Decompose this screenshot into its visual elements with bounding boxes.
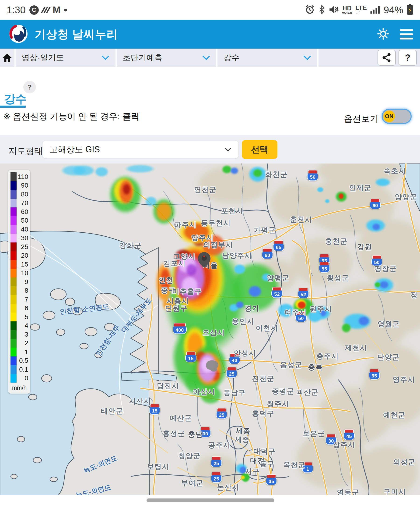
map-type-dropdown[interactable]: 고해상도 GIS [42,141,239,158]
map-type-value: 고해상도 GIS [49,144,224,155]
legend-row: 9 [11,278,28,286]
legend-value: 1 [17,348,28,356]
map-place-label: 당진시 [157,381,179,391]
legend-color-swatch [11,313,17,322]
expressway-shield-icon: 65 [273,240,284,251]
home-button[interactable] [0,49,14,67]
options-notice: ※ 옵션설정 기능이 안 될 경우: 클릭 [3,111,140,122]
c-app-notification-icon: C [29,5,39,15]
map-place-label: 이천시 [256,323,278,333]
click-link[interactable]: 클릭 [122,112,140,121]
expressway-shield-icon: 25 [216,408,227,419]
nav-dropdown-precipitation[interactable]: 강수 [217,49,317,67]
select-button[interactable]: 선택 [242,140,278,159]
map-place-label: 아산시 [193,387,215,397]
kma-logo[interactable] [7,24,28,44]
legend-color-swatch [11,356,17,365]
expressway-shield-icon: 400 [173,323,187,334]
map-pin[interactable] [198,252,210,268]
nav-dropdown-precipitation-label: 강수 [223,52,239,63]
legend-row: 110 [11,172,28,181]
options-toggle[interactable]: ON [382,109,412,124]
page-help-badge[interactable]: ? [23,81,36,94]
settings-gear-icon[interactable] [377,27,390,41]
precip-legend: 11090807060504030252015109876543210.50.1… [8,170,30,394]
legend-value: 25 [17,243,28,251]
map-place-label: 충남 [188,430,203,439]
map-place-label: 흥덕구 [252,409,274,418]
nav-dropdown-nowcast[interactable]: 초단기예측 [117,49,216,67]
map-place-label: 충북 [308,362,323,372]
legend-color-swatch [11,260,17,269]
legend-row: 8 [11,286,28,295]
legend-row: 0.5 [11,356,28,365]
map-place-label: 동구 [260,459,275,469]
map-place-label: 김포시 [163,259,186,268]
map-place-label: 의성군 [393,457,416,467]
map-place-label: 제천시 [345,343,367,353]
nav-actions: ? [319,49,420,67]
nav-dropdown-nowcast-label: 초단기예측 [123,52,162,63]
legend-row: 0.1 [11,365,28,374]
hamburger-menu-icon[interactable] [400,27,413,42]
map-place-label: 의정부시 [203,240,233,250]
legend-value: 80 [17,191,28,198]
legend-value: 10 [17,269,28,277]
bluetooth-icon [318,5,326,15]
legend-value: 7 [17,296,28,303]
legend-value: 15 [17,261,28,268]
legend-color-swatch [11,278,17,286]
legend-color-swatch [11,251,17,260]
legend-color-swatch [11,322,17,330]
main-nav: 영상·일기도 초단기예측 강수 ? [0,49,420,67]
legend-value: 3 [17,331,28,338]
map-place-label: 원주시 [310,304,332,314]
legend-row: 40 [11,225,28,234]
expressway-shield-icon: 55 [319,262,330,273]
legend-value: 6 [17,304,28,312]
expressway-shield-icon: 15 [185,352,197,362]
legend-row: 70 [11,199,28,208]
legend-value: 0 [17,374,28,382]
vibrate-mute-icon [329,5,339,15]
map-place-label: 오산시 [203,328,225,338]
legend-row: 2 [11,339,28,348]
map-place-label: 가평군 [254,225,276,235]
lte-indicator: LTE↓↑ [355,6,367,14]
gray-cluster-marker[interactable] [206,360,218,370]
radar-map[interactable]: 6560605650555552525040015402525304530551… [0,164,420,495]
map-place-label: 정 [410,290,418,300]
legend-unit: mm/h [11,385,28,391]
share-icon [382,53,391,63]
legend-value: 4 [17,322,28,329]
status-bar: 1:30 C M HDvoice LTE↓↑ [0,0,420,20]
map-place-label: 세종 [236,426,251,436]
battery-charging-icon [407,4,414,16]
help-button[interactable]: ? [399,50,417,66]
expressway-shield-icon: 25 [226,367,237,378]
legend-rows: 11090807060504030252015109876543210.50.1… [11,172,28,383]
nav-dropdown-imagery-label: 영상·일기도 [22,52,64,63]
expressway-shield-icon: 52 [271,287,283,298]
map-place-label: 단원구 [165,304,188,313]
legend-color-swatch [11,181,17,190]
legend-value: 110 [17,173,28,181]
map-place-label: 용인시 [232,317,254,326]
legend-value: 20 [17,252,28,259]
map-place-label: 서산시 [129,397,151,406]
map-place-label: 태안군 [101,406,123,416]
legend-row: 3 [11,330,28,339]
app-title: 기상청 날씨누리 [35,27,118,42]
nav-dropdown-imagery[interactable]: 영상·일기도 [16,49,116,67]
map-place-label: 구미시 [384,487,406,495]
legend-row: 4 [11,322,28,330]
share-button[interactable] [377,50,396,66]
map-place-label: 공주시 [208,441,230,450]
legend-color-swatch [11,347,17,356]
legend-color-swatch [11,199,17,208]
horizontal-scrollbar[interactable] [147,499,274,502]
legend-value: 5 [17,313,28,321]
expressway-shield-icon: 60 [262,248,273,259]
options-notice-text: ※ 옵션설정 기능이 안 될 경우: [3,112,122,121]
map-place-label: 영동군 [337,488,359,495]
